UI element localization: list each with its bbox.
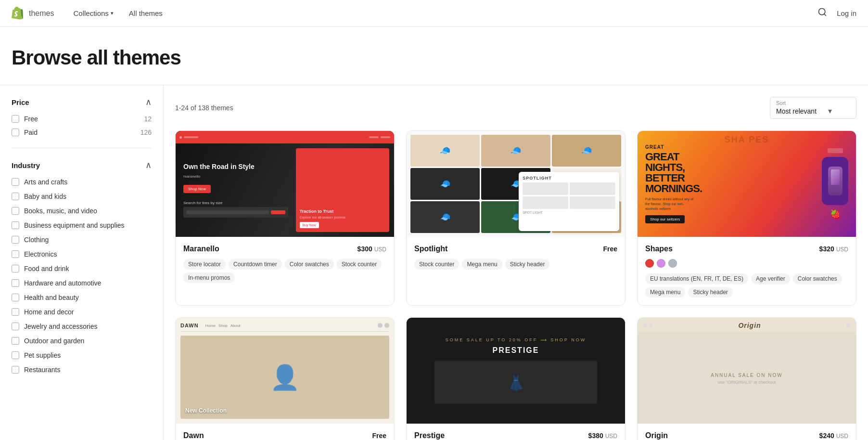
- theme-card-body-origin: Origin $240 USD: [638, 424, 856, 440]
- theme-grid: Own the Road in Style maranello Shop Now…: [175, 130, 856, 440]
- paid-count: 126: [140, 129, 152, 136]
- free-checkbox[interactable]: [12, 115, 19, 123]
- paid-checkbox[interactable]: [12, 129, 19, 136]
- login-button[interactable]: Log in: [837, 9, 856, 17]
- search-icon[interactable]: [817, 7, 827, 19]
- industry-item-baby: Baby and kids: [12, 193, 152, 200]
- theme-card-prestige[interactable]: SOME SALE UP TO 20% OFF ⟶ SHOP NOW PREST…: [406, 317, 625, 440]
- theme-tags-shapes: EU translations (EN, FR, IT, DE, ES) Age…: [645, 273, 848, 298]
- pet-checkbox[interactable]: [12, 351, 19, 359]
- collections-nav-item[interactable]: Collections ▾: [73, 9, 113, 17]
- sort-label: Sort: [776, 100, 850, 106]
- books-checkbox[interactable]: [12, 207, 19, 215]
- sort-chevron-icon: ▾: [828, 106, 832, 116]
- industry-item-outdoor: Outdoor and garden: [12, 337, 152, 345]
- content-area: 1-24 of 138 themes Sort Most relevant ▾: [164, 85, 868, 440]
- main-layout: Price ∧ Free 12 Paid 126 I: [0, 85, 868, 440]
- theme-name-prestige: Prestige: [414, 431, 445, 440]
- outdoor-label: Outdoor and garden: [24, 337, 84, 345]
- theme-card-spotlight[interactable]: 🧢 🧢 🧢 🧢 🧢 🧢 🧢 🧢 🧢 SPOTLIGH: [406, 130, 625, 306]
- baby-kids-checkbox[interactable]: [12, 193, 19, 200]
- free-label: Free: [24, 115, 38, 123]
- filter-divider: [12, 148, 152, 148]
- tag-stock-counter-s: Stock counter: [414, 259, 459, 270]
- page-title: Browse all themes: [12, 46, 856, 69]
- results-count: 1-24 of 138 themes: [175, 104, 233, 112]
- theme-card-meta-shapes: Shapes $320 USD: [645, 245, 848, 253]
- all-themes-label: All themes: [129, 9, 163, 17]
- tag-age-verifier: Age verifier: [751, 273, 790, 284]
- business-checkbox[interactable]: [12, 221, 19, 229]
- theme-card-origin[interactable]: Origin ANNUAL SALE ON NOW use "ORIGINALS…: [637, 317, 856, 440]
- theme-preview-shapes: GREAT GREATNIGHTS,BETTERMORNINGS. Full f…: [638, 131, 856, 237]
- theme-price-maranello: $300 USD: [357, 245, 386, 253]
- home-label: Home and decor: [24, 308, 74, 316]
- outdoor-checkbox[interactable]: [12, 337, 19, 345]
- price-filter-title: Price: [12, 98, 29, 106]
- industry-filter-header[interactable]: Industry ∧: [12, 160, 152, 170]
- industry-filter-title: Industry: [12, 161, 40, 169]
- shopify-logo-icon: [12, 7, 25, 20]
- theme-preview-origin: Origin ANNUAL SALE ON NOW use "ORIGINALS…: [638, 318, 856, 424]
- tag-eu-translations: EU translations (EN, FR, IT, DE, ES): [645, 273, 748, 284]
- color-swatch-red: [645, 259, 654, 268]
- arts-crafts-checkbox[interactable]: [12, 178, 19, 186]
- theme-card-meta-dawn: Dawn Free: [183, 431, 386, 440]
- pet-label: Pet supplies: [24, 351, 61, 359]
- theme-name-shapes: Shapes: [645, 245, 673, 253]
- main-nav: Collections ▾ All themes: [73, 9, 817, 17]
- industry-item-jewelry: Jewelry and accessories: [12, 323, 152, 330]
- hardware-checkbox[interactable]: [12, 279, 19, 287]
- all-themes-nav-item[interactable]: All themes: [129, 9, 163, 17]
- theme-card-meta-prestige: Prestige $380 USD: [414, 431, 617, 440]
- industry-item-home: Home and decor: [12, 308, 152, 316]
- theme-card-dawn[interactable]: DAWN Home Shop About 👤: [175, 317, 395, 440]
- industry-item-pet: Pet supplies: [12, 351, 152, 359]
- books-label: Books, music, and video: [24, 207, 97, 215]
- tag-color-swatches-sh: Color swatches: [793, 273, 842, 284]
- industry-item-electronics: Electronics: [12, 250, 152, 258]
- theme-price-origin: $240 USD: [819, 432, 848, 440]
- industry-item-arts: Arts and crafts: [12, 178, 152, 186]
- industry-item-business: Business equipment and supplies: [12, 221, 152, 229]
- theme-tags-maranello: Store locator Countdown timer Color swat…: [183, 259, 386, 283]
- theme-card-body-maranello: Maranello $300 USD Store locator Countdo…: [176, 237, 394, 291]
- arts-crafts-label: Arts and crafts: [24, 178, 67, 186]
- food-label: Food and drink: [24, 265, 69, 272]
- theme-card-shapes[interactable]: GREAT GREATNIGHTS,BETTERMORNINGS. Full f…: [637, 130, 856, 306]
- theme-card-body-dawn: Dawn Free: [176, 424, 394, 440]
- baby-kids-label: Baby and kids: [24, 193, 66, 200]
- logo-text: themes: [29, 9, 54, 18]
- content-header: 1-24 of 138 themes Sort Most relevant ▾: [175, 97, 856, 119]
- tag-countdown: Countdown timer: [229, 259, 282, 270]
- theme-name-spotlight: Spotlight: [414, 245, 447, 253]
- theme-name-dawn: Dawn: [183, 431, 204, 440]
- header-actions: Log in: [817, 7, 856, 19]
- theme-price-spotlight: Free: [603, 245, 617, 253]
- tag-stock-counter: Stock counter: [337, 259, 382, 270]
- collections-label: Collections: [73, 9, 108, 17]
- tag-store-locator: Store locator: [183, 259, 226, 270]
- health-checkbox[interactable]: [12, 294, 19, 301]
- sort-select[interactable]: Sort Most relevant ▾: [770, 97, 856, 119]
- home-checkbox[interactable]: [12, 308, 19, 316]
- theme-card-maranello[interactable]: Own the Road in Style maranello Shop Now…: [175, 130, 395, 306]
- industry-item-clothing: Clothing: [12, 236, 152, 244]
- price-filter-header[interactable]: Price ∧: [12, 97, 152, 107]
- restaurants-label: Restaurants: [24, 366, 60, 374]
- theme-card-body-shapes: Shapes $320 USD EU translations (EN, FR,…: [638, 237, 856, 305]
- food-checkbox[interactable]: [12, 265, 19, 272]
- electronics-checkbox[interactable]: [12, 250, 19, 258]
- page-title-section: Browse all themes: [0, 27, 868, 85]
- restaurants-checkbox[interactable]: [12, 366, 19, 374]
- hardware-label: Hardware and automotive: [24, 279, 101, 287]
- theme-tags-spotlight: Stock counter Mega menu Sticky header: [414, 259, 617, 270]
- theme-preview-prestige: SOME SALE UP TO 20% OFF ⟶ SHOP NOW PREST…: [407, 318, 625, 424]
- tag-sticky-header-sh: Sticky header: [688, 287, 733, 298]
- theme-preview-dawn: DAWN Home Shop About 👤: [176, 318, 394, 424]
- tag-color-swatches: Color swatches: [285, 259, 334, 270]
- logo-link[interactable]: themes: [12, 7, 54, 20]
- jewelry-checkbox[interactable]: [12, 323, 19, 330]
- site-header: themes Collections ▾ All themes Log in: [0, 0, 868, 27]
- clothing-checkbox[interactable]: [12, 236, 19, 244]
